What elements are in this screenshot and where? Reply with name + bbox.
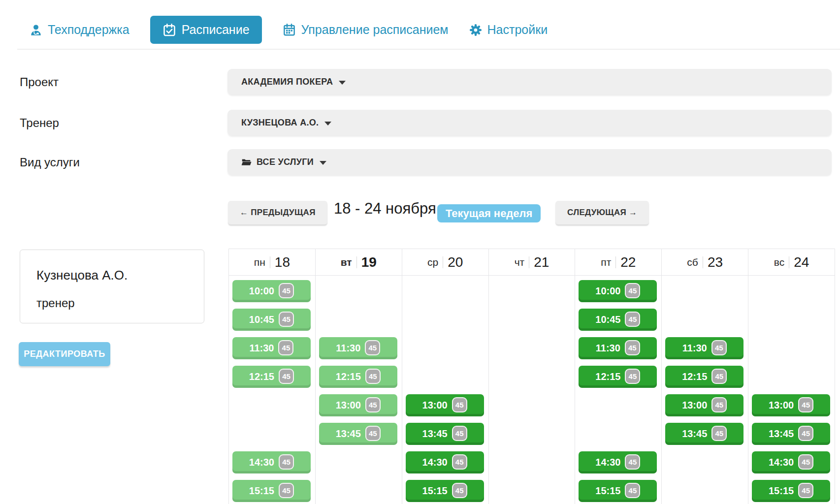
day-header: вт19 (316, 249, 402, 275)
day-number: 21 (534, 254, 549, 270)
slot-duration-badge: 45 (279, 312, 294, 327)
time-slot-button[interactable]: 13:0045 (752, 394, 830, 416)
time-slot-button[interactable]: 12:1545 (319, 366, 397, 388)
slot-time: 11:30 (249, 343, 274, 354)
calendar-header-row: пн18вт19ср20чт21пт22сб23вс24 (228, 249, 835, 276)
day-abbr: вс (774, 256, 784, 268)
top-nav: ТехподдержкаРасписаниеУправление расписа… (30, 16, 548, 44)
time-slot-button[interactable]: 10:0045 (579, 280, 657, 302)
day-abbr: вт (341, 256, 352, 268)
slot-duration-badge: 45 (279, 483, 294, 498)
day-header: вс24 (748, 249, 835, 275)
time-slot-button[interactable]: 15:1545 (232, 480, 311, 502)
time-slot-button[interactable]: 13:4545 (752, 423, 830, 445)
time-slot-button[interactable]: 12:1545 (579, 366, 657, 388)
current-week-badge: Текущая неделя (437, 204, 541, 222)
trainer-card: Кузнецова А.О. тренер (20, 250, 204, 323)
dropdown-selected-value: АКАДЕМИЯ ПОКЕРА (241, 77, 333, 87)
slot-time: 10:45 (595, 314, 620, 325)
filter-dropdown[interactable]: АКАДЕМИЯ ПОКЕРА (227, 69, 832, 94)
time-slot-button[interactable]: 13:4545 (319, 423, 397, 445)
filter-label: Тренер (20, 116, 59, 130)
slot-duration-badge: 45 (365, 340, 380, 355)
slot-duration-badge: 45 (625, 454, 640, 470)
day-column: 13:004513:454514:304515:1545 (748, 276, 835, 504)
slot-time: 15:15 (769, 485, 794, 497)
slot-duration-badge: 45 (625, 340, 640, 355)
day-number: 19 (361, 254, 377, 270)
slot-time: 14:30 (769, 457, 794, 468)
filter-label: Вид услуги (20, 156, 80, 169)
time-slot-button[interactable]: 14:3045 (579, 451, 657, 473)
time-slot-button[interactable]: 15:1545 (579, 480, 657, 502)
time-slot-button[interactable]: 11:3045 (579, 337, 657, 359)
slot-time: 10:45 (249, 314, 274, 325)
slot-duration-badge: 45 (798, 397, 813, 412)
day-header-divider (356, 256, 357, 268)
day-column (489, 276, 576, 504)
slot-time: 10:00 (249, 285, 274, 297)
day-header: ср20 (402, 249, 489, 275)
time-slot-button[interactable]: 11:3045 (232, 337, 311, 359)
edit-trainer-button[interactable]: РЕДАКТИРОВАТЬ (19, 342, 110, 366)
slot-duration-badge: 45 (711, 397, 727, 412)
time-slot-button[interactable]: 10:0045 (232, 280, 311, 302)
dropdown-selected-value: ВСЕ УСЛУГИ (257, 157, 314, 167)
slot-time: 13:45 (682, 428, 707, 440)
nav-divider (17, 49, 840, 50)
time-slot-button[interactable]: 12:1545 (232, 366, 311, 388)
previous-week-button[interactable]: ← ПРЕДЫДУЩАЯ (228, 201, 327, 224)
time-slot-button[interactable]: 12:1545 (665, 366, 743, 388)
day-abbr: сб (687, 256, 698, 268)
day-column: 13:004513:454514:304515:1545 (402, 276, 489, 504)
time-slot-button[interactable]: 10:4545 (232, 309, 311, 331)
caret-down-icon (320, 161, 326, 165)
filter-dropdown[interactable]: КУЗНЕЦОВА А.О. (227, 110, 832, 135)
time-slot-button[interactable]: 15:1545 (406, 480, 484, 502)
day-header-divider (270, 256, 270, 268)
slot-duration-badge: 45 (452, 426, 467, 441)
time-slot-button[interactable]: 11:3045 (319, 337, 397, 359)
folder-open-icon (241, 157, 252, 167)
slot-duration-badge: 45 (452, 397, 467, 412)
next-week-button[interactable]: СЛЕДУЮЩАЯ → (555, 201, 649, 224)
day-header: сб23 (662, 249, 748, 275)
nav-tab-label: Управление расписанием (301, 23, 449, 37)
slot-time: 11:30 (336, 343, 360, 354)
nav-tab-label: Техподдержка (48, 23, 129, 37)
slot-duration-badge: 45 (711, 426, 727, 441)
slot-duration-badge: 45 (625, 369, 640, 384)
nav-tab[interactable]: Техподдержка (30, 16, 129, 44)
time-slot-button[interactable]: 14:3045 (406, 451, 484, 473)
nav-tab[interactable]: Расписание (150, 16, 262, 44)
time-slot-button[interactable]: 11:3045 (665, 337, 743, 359)
slot-duration-badge: 45 (711, 369, 727, 384)
time-slot-button[interactable]: 13:4545 (406, 423, 484, 445)
time-slot-button[interactable]: 10:4545 (579, 309, 657, 331)
day-number: 20 (448, 254, 463, 270)
slot-time: 13:45 (336, 428, 361, 440)
time-slot-button[interactable]: 13:0045 (665, 394, 743, 416)
slot-time: 12:15 (249, 371, 274, 382)
time-slot-button[interactable]: 13:4545 (665, 423, 743, 445)
nav-tab-label: Расписание (182, 23, 250, 37)
time-slot-button[interactable]: 14:3045 (752, 451, 830, 473)
slot-duration-badge: 45 (279, 454, 294, 470)
slot-time: 11:30 (682, 343, 707, 354)
slot-time: 13:00 (769, 400, 794, 411)
day-header: чт21 (489, 249, 576, 275)
day-column: 11:304512:154513:004513:4545 (662, 276, 748, 504)
time-slot-button[interactable]: 13:0045 (406, 394, 484, 416)
slot-time: 13:00 (336, 400, 361, 411)
filter-dropdown[interactable]: ВСЕ УСЛУГИ (227, 149, 832, 175)
slot-duration-badge: 45 (625, 312, 640, 327)
gear-icon (469, 24, 482, 36)
dropdown-selected-value: КУЗНЕЦОВА А.О. (241, 118, 319, 128)
nav-tab[interactable]: Настройки (469, 16, 548, 44)
time-slot-button[interactable]: 15:1545 (752, 480, 830, 502)
time-slot-button[interactable]: 14:3045 (232, 451, 311, 473)
time-slot-button[interactable]: 13:0045 (319, 394, 397, 416)
slot-time: 13:45 (422, 428, 448, 440)
slot-duration-badge: 45 (278, 340, 293, 355)
nav-tab[interactable]: Управление расписанием (283, 16, 449, 44)
